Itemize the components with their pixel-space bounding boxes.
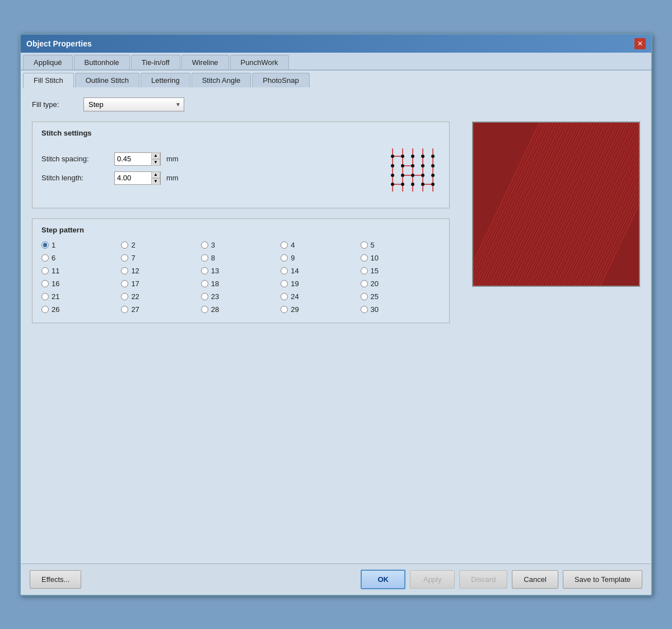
radio-11[interactable]: 11 (41, 267, 121, 275)
radio-23[interactable]: 23 (201, 292, 281, 301)
apply-button[interactable]: Apply (410, 570, 455, 589)
radio-16[interactable]: 16 (41, 279, 121, 288)
fill-type-select-wrapper: Step Tatami Contour (83, 97, 184, 111)
svg-point-21 (411, 174, 414, 177)
svg-point-17 (401, 174, 404, 177)
step-pattern-box: Step pattern 1 2 3 4 5 6 7 8 9 10 11 (32, 218, 450, 323)
radio-13[interactable]: 13 (201, 267, 281, 275)
radio-grid: 1 2 3 4 5 6 7 8 9 10 11 12 13 1 (41, 241, 440, 314)
radio-9[interactable]: 9 (281, 254, 360, 262)
radio-26[interactable]: 26 (41, 305, 121, 314)
svg-point-16 (401, 164, 404, 167)
svg-point-12 (391, 164, 394, 167)
radio-19[interactable]: 19 (281, 279, 360, 288)
svg-point-28 (431, 164, 435, 167)
length-up[interactable]: ▲ (151, 171, 160, 178)
radio-10[interactable]: 10 (361, 254, 440, 262)
radio-18[interactable]: 18 (201, 279, 281, 288)
svg-point-13 (391, 174, 394, 177)
radio-8[interactable]: 8 (201, 254, 281, 262)
spacing-spinner-btns: ▲ ▼ (151, 152, 160, 166)
svg-point-29 (431, 174, 435, 177)
tab-wireline[interactable]: Wireline (181, 55, 229, 69)
title-bar: Object Properties ✕ (21, 35, 651, 53)
svg-point-30 (431, 183, 435, 186)
tab-fill-stitch[interactable]: Fill Stitch (23, 73, 74, 88)
discard-button[interactable]: Discard (459, 570, 507, 589)
spacing-label: Stitch spacing: (41, 155, 109, 163)
preview-svg (473, 122, 639, 287)
spacing-input[interactable] (115, 153, 151, 164)
radio-29[interactable]: 29 (281, 305, 360, 314)
radio-22[interactable]: 22 (121, 292, 200, 301)
tab-photosnap[interactable]: PhotoSnap (252, 73, 309, 87)
svg-point-20 (411, 164, 414, 167)
length-spinner-btns: ▲ ▼ (151, 171, 160, 185)
svg-point-19 (411, 155, 414, 158)
tab-lettering[interactable]: Lettering (141, 73, 190, 87)
svg-point-25 (421, 174, 424, 177)
length-spinner[interactable]: ▲ ▼ (114, 171, 161, 185)
stitch-spacing-row: Stitch spacing: ▲ ▼ mm (41, 152, 376, 166)
length-label: Stitch length: (41, 174, 109, 182)
svg-point-26 (421, 183, 424, 186)
tab-stitch-angle[interactable]: Stitch Angle (192, 73, 251, 87)
svg-point-18 (401, 183, 404, 186)
tab-tie-in-off[interactable]: Tie-in/off (131, 55, 180, 69)
tab-row-2: Fill Stitch Outline Stitch Lettering Sti… (21, 71, 651, 87)
svg-point-14 (391, 183, 394, 186)
spacing-up[interactable]: ▲ (151, 152, 160, 159)
dialog-title: Object Properties (26, 39, 92, 48)
radio-1[interactable]: 1 (41, 241, 121, 249)
svg-point-23 (421, 155, 424, 158)
tab-applique[interactable]: Appliqué (23, 55, 73, 69)
radio-3[interactable]: 3 (201, 241, 281, 249)
radio-12[interactable]: 12 (121, 267, 200, 275)
bottom-bar: Effects... OK Apply Discard Cancel Save … (21, 563, 651, 595)
cancel-button[interactable]: Cancel (512, 570, 558, 589)
stitch-preview (472, 122, 640, 287)
length-input[interactable] (115, 173, 151, 183)
stitch-settings-box: Stitch settings Stitch spacing: ▲ ▼ (32, 122, 450, 208)
radio-24[interactable]: 24 (281, 292, 360, 301)
radio-7[interactable]: 7 (121, 254, 200, 262)
spacing-down[interactable]: ▼ (151, 159, 160, 166)
radio-21[interactable]: 21 (41, 292, 121, 301)
radio-15[interactable]: 15 (361, 267, 440, 275)
tab-outline-stitch[interactable]: Outline Stitch (75, 73, 139, 87)
content-area: Fill type: Step Tatami Contour Stitch se… (21, 87, 651, 563)
radio-5[interactable]: 5 (361, 241, 440, 249)
stitch-length-row: Stitch length: ▲ ▼ mm (41, 171, 376, 185)
radio-27[interactable]: 27 (121, 305, 200, 314)
radio-20[interactable]: 20 (361, 279, 440, 288)
spacing-unit: mm (166, 155, 179, 163)
stitch-settings-heading: Stitch settings (41, 129, 440, 137)
fill-type-row: Fill type: Step Tatami Contour (32, 97, 640, 111)
tab-buttonhole[interactable]: Buttonhole (74, 55, 130, 69)
length-down[interactable]: ▼ (151, 178, 160, 185)
svg-point-24 (421, 164, 424, 167)
step-pattern-heading: Step pattern (41, 226, 440, 234)
svg-point-27 (431, 155, 435, 158)
radio-30[interactable]: 30 (361, 305, 440, 314)
radio-28[interactable]: 28 (201, 305, 281, 314)
object-properties-dialog: Object Properties ✕ Appliqué Buttonhole … (20, 34, 652, 596)
tab-row-1: Appliqué Buttonhole Tie-in/off Wireline … (21, 53, 651, 71)
stitch-diagram (381, 144, 440, 199)
radio-2[interactable]: 2 (121, 241, 200, 249)
effects-button[interactable]: Effects... (30, 570, 81, 589)
radio-4[interactable]: 4 (281, 241, 360, 249)
tab-punchwork[interactable]: PunchWork (230, 55, 289, 69)
radio-17[interactable]: 17 (121, 279, 200, 288)
fill-type-label: Fill type: (32, 100, 77, 109)
fill-type-select[interactable]: Step Tatami Contour (83, 97, 184, 111)
spacing-spinner[interactable]: ▲ ▼ (114, 152, 161, 166)
length-unit: mm (166, 174, 179, 182)
save-to-template-button[interactable]: Save to Template (563, 570, 642, 589)
radio-14[interactable]: 14 (281, 267, 360, 275)
radio-25[interactable]: 25 (361, 292, 440, 301)
svg-point-15 (401, 155, 404, 158)
radio-6[interactable]: 6 (41, 254, 121, 262)
ok-button[interactable]: OK (361, 570, 405, 589)
close-button[interactable]: ✕ (634, 38, 646, 49)
